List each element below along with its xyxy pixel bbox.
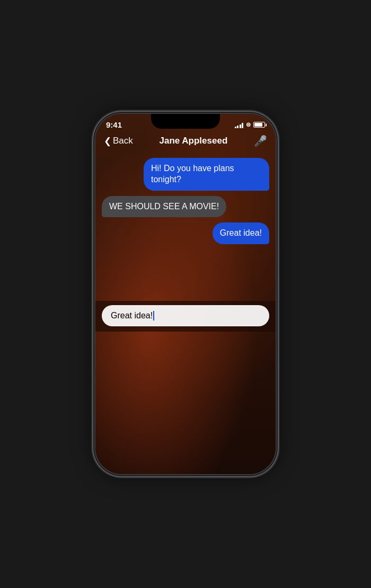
status-icons: ⊜ [235,121,266,128]
microphone-icon[interactable]: 🎤 [254,135,267,147]
status-time: 9:41 [106,120,122,129]
phone-frame: 9:41 ⊜ ❮ Back [95,114,276,474]
text-cursor [153,311,154,320]
wifi-icon: ⊜ [246,121,251,128]
message-text: Great idea! [220,228,262,237]
message-bubble-sent-2: Great idea! [213,222,269,244]
back-label: Back [113,136,133,146]
input-area: Great idea! [95,301,276,332]
back-button[interactable]: ❮ Back [104,136,133,147]
battery-icon [253,122,265,128]
messages-area: Hi! Do you have plans tonight? WE SHOULD… [95,153,276,301]
screen: 9:41 ⊜ ❮ Back [95,114,276,474]
message-bubble-received-1: WE SHOULD SEE A MOVIE! [102,196,226,218]
nav-bar: ❮ Back Jane Appleseed 🎤 [95,131,276,153]
message-text: WE SHOULD SEE A MOVIE! [109,202,219,211]
signal-icon [235,122,244,128]
chevron-left-icon: ❮ [104,136,111,147]
nav-title: Jane Appleseed [159,136,227,146]
message-text: Hi! Do you have plans tonight? [151,164,234,184]
input-text: Great idea! [111,311,153,320]
message-input[interactable]: Great idea! [102,305,269,326]
message-bubble-sent-1: Hi! Do you have plans tonight? [144,158,269,191]
notch [151,114,220,129]
